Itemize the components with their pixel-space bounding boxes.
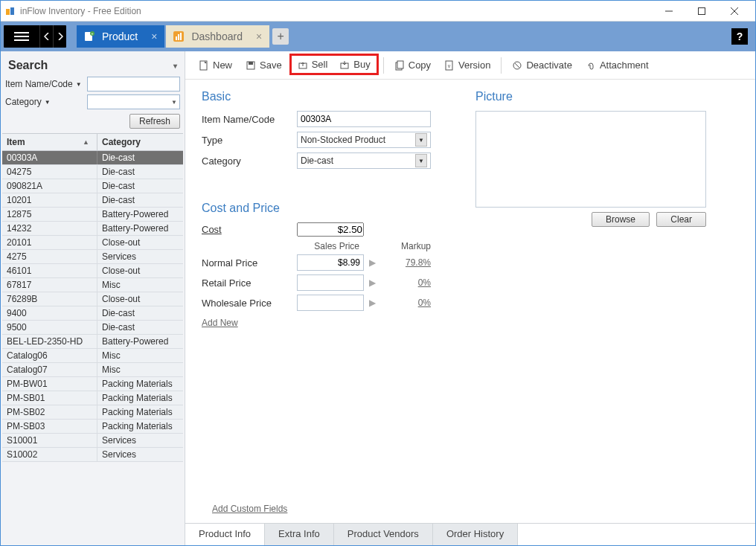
wholesale-markup[interactable]: 0%: [380, 298, 431, 308]
nav-back-button[interactable]: [39, 25, 53, 48]
table-row[interactable]: 67817Misc: [2, 278, 183, 292]
item-category-cell: Packing Materials: [97, 420, 183, 433]
copy-icon: [394, 60, 405, 71]
table-row[interactable]: 12875Battery-Powered: [2, 208, 183, 222]
table-row[interactable]: PM-SB03Packing Materials: [2, 420, 183, 434]
category-select[interactable]: Die-cast▼: [297, 152, 431, 169]
tab-product-info[interactable]: Product Info: [185, 524, 265, 545]
table-row[interactable]: 76289BClose-out: [2, 292, 183, 306]
retail-price-input[interactable]: [297, 274, 364, 291]
table-row[interactable]: 04275Die-cast: [2, 165, 183, 179]
svg-rect-3: [699, 7, 705, 14]
table-row[interactable]: 14232Battery-Powered: [2, 222, 183, 236]
svg-rect-0: [6, 9, 10, 15]
table-row[interactable]: 9500Die-cast: [2, 321, 183, 335]
table-row[interactable]: S10002Services: [2, 448, 183, 462]
picture-section-title: Picture: [475, 90, 706, 103]
table-row[interactable]: 4275Services: [2, 250, 183, 264]
table-row[interactable]: S10001Services: [2, 434, 183, 448]
menu-button[interactable]: [4, 25, 39, 48]
chevron-down-icon: ▼: [415, 154, 427, 167]
search-category-combo[interactable]: ▼: [87, 94, 180, 109]
normal-markup[interactable]: 79.8%: [380, 257, 431, 268]
item-code-cell: BEL-LED-2350-HD: [2, 335, 97, 348]
svg-rect-1: [10, 7, 14, 15]
table-row[interactable]: PM-BW01Packing Materials: [2, 377, 183, 391]
item-code-cell: Catalog07: [2, 363, 97, 376]
nav-forward-button[interactable]: [53, 25, 66, 48]
wholesale-price-input[interactable]: [297, 295, 364, 311]
chevron-down-icon: ▼: [415, 133, 427, 147]
sell-button[interactable]: Sell: [292, 56, 334, 73]
item-category-cell: Packing Materials: [97, 405, 183, 419]
table-row[interactable]: PM-SB02Packing Materials: [2, 405, 183, 420]
item-category-cell: Packing Materials: [97, 391, 183, 405]
tab-order-history[interactable]: Order History: [433, 524, 518, 545]
browse-button[interactable]: Browse: [592, 212, 650, 227]
svg-rect-22: [397, 61, 403, 68]
table-row[interactable]: 20101Close-out: [2, 236, 183, 250]
cost-label[interactable]: Cost: [202, 224, 297, 235]
svg-text:+: +: [92, 31, 94, 36]
save-button[interactable]: Save: [240, 57, 288, 74]
table-row[interactable]: 090821ADie-cast: [2, 179, 183, 193]
add-custom-fields-link[interactable]: Add Custom Fields: [212, 504, 287, 514]
version-button[interactable]: vVersion: [438, 57, 496, 74]
tab-product-vendors[interactable]: Product Vendors: [334, 524, 433, 545]
help-button[interactable]: ?: [731, 28, 748, 45]
copy-button[interactable]: Copy: [388, 57, 437, 74]
item-code-cell: 10201: [2, 193, 97, 207]
item-category-cell: Die-cast: [97, 306, 183, 320]
search-itemname-input[interactable]: [87, 77, 180, 91]
tab-close-icon[interactable]: ×: [151, 30, 157, 42]
table-row[interactable]: 00303ADie-cast: [2, 151, 183, 165]
cost-input[interactable]: [297, 222, 364, 237]
play-icon[interactable]: ▶: [364, 298, 380, 308]
table-row[interactable]: PM-SB01Packing Materials: [2, 391, 183, 405]
item-category-cell: Die-cast: [97, 165, 183, 179]
item-category-cell: Die-cast: [97, 179, 183, 193]
content-area: New Save Sell Buy Copy vVersion Deactiva…: [185, 51, 755, 545]
picture-box[interactable]: [475, 111, 706, 208]
item-category-cell: Die-cast: [97, 193, 183, 207]
refresh-button[interactable]: Refresh: [129, 114, 180, 129]
collapse-icon[interactable]: ▾: [173, 62, 177, 70]
col-header-category[interactable]: Category: [97, 134, 183, 150]
item-code-cell: 20101: [2, 236, 97, 249]
buy-button[interactable]: Buy: [333, 56, 376, 73]
minimize-button[interactable]: [653, 1, 685, 22]
item-category-cell: Services: [97, 250, 183, 263]
svg-rect-18: [249, 62, 253, 65]
table-row[interactable]: BEL-LED-2350-HDBattery-Powered: [2, 335, 183, 349]
new-tab-button[interactable]: +: [272, 28, 289, 45]
item-category-cell: Services: [97, 434, 183, 447]
tab-dashboard[interactable]: Dashboard ×: [166, 25, 269, 48]
close-button[interactable]: [718, 1, 751, 22]
maximize-button[interactable]: [685, 1, 718, 22]
col-header-item[interactable]: Item▲: [2, 134, 97, 150]
retail-markup[interactable]: 0%: [380, 277, 431, 288]
type-select[interactable]: Non-Stocked Product▼: [297, 132, 431, 148]
item-code-cell: PM-BW01: [2, 377, 97, 391]
new-button[interactable]: New: [193, 57, 238, 74]
table-row[interactable]: 9400Die-cast: [2, 306, 183, 321]
attachment-button[interactable]: Attachment: [580, 57, 655, 74]
itemname-input[interactable]: [297, 111, 431, 127]
table-row[interactable]: Catalog07Misc: [2, 363, 183, 377]
add-new-price-link[interactable]: Add New: [202, 318, 238, 328]
clear-button[interactable]: Clear: [656, 212, 706, 227]
sidebar: Search▾ Item Name/Code▼ Category▼ ▼ Refr…: [1, 51, 185, 545]
table-row[interactable]: 10201Die-cast: [2, 193, 183, 208]
tab-close-icon[interactable]: ×: [256, 30, 262, 42]
tab-product[interactable]: + Product ×: [77, 25, 164, 48]
item-code-cell: PM-SB01: [2, 391, 97, 405]
item-code-cell: PM-SB03: [2, 420, 97, 433]
play-icon[interactable]: ▶: [364, 257, 380, 268]
item-category-cell: Die-cast: [97, 321, 183, 334]
play-icon[interactable]: ▶: [364, 277, 380, 288]
normal-price-input[interactable]: [297, 254, 364, 271]
table-row[interactable]: 46101Close-out: [2, 264, 183, 278]
deactivate-button[interactable]: Deactivate: [506, 57, 577, 74]
tab-extra-info[interactable]: Extra Info: [265, 524, 334, 545]
table-row[interactable]: Catalog06Misc: [2, 349, 183, 363]
